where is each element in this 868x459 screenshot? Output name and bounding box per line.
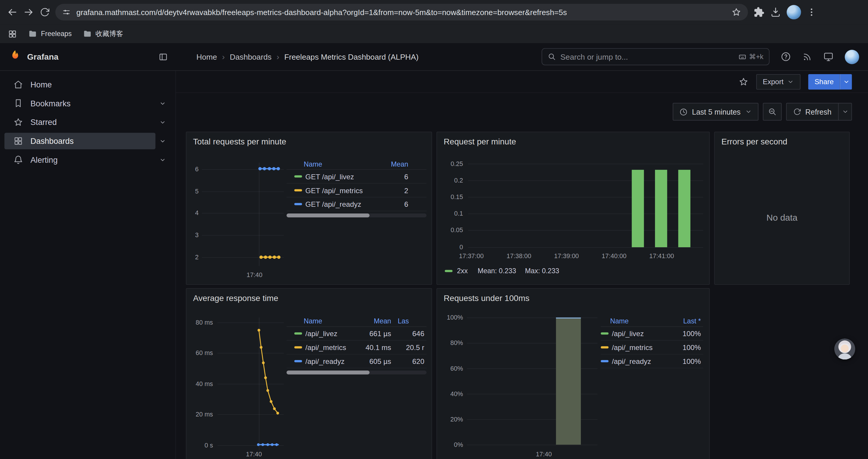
- search-input[interactable]: [560, 52, 734, 61]
- breadcrumb-home[interactable]: Home: [196, 52, 217, 61]
- panel-title[interactable]: Errors per second: [715, 132, 849, 146]
- help-icon[interactable]: [780, 52, 791, 62]
- folder-icon: [28, 29, 37, 38]
- browser-menu-icon[interactable]: [807, 7, 816, 17]
- sidebar: Home Bookmarks Starred: [0, 71, 176, 459]
- series-color-dash: [294, 332, 302, 334]
- chevron-down-icon: [745, 108, 752, 115]
- legend-header-last[interactable]: Last *: [672, 317, 703, 325]
- monitor-icon[interactable]: [823, 52, 834, 62]
- series-color-dash: [601, 360, 609, 362]
- home-icon: [13, 80, 23, 90]
- time-range-picker[interactable]: Last 5 minutes: [673, 103, 758, 121]
- download-icon[interactable]: [770, 6, 781, 18]
- bookmark-label: 收藏博客: [95, 29, 123, 38]
- legend-header-last[interactable]: Las: [391, 317, 427, 325]
- refresh-interval-caret[interactable]: [838, 103, 851, 120]
- legend-row: /api/_livez 100%: [601, 327, 703, 341]
- bar-2xx[interactable]: [678, 170, 690, 247]
- dock-sidebar-icon[interactable]: [158, 52, 168, 62]
- scrollbar-thumb[interactable]: [286, 214, 370, 218]
- series-color-dash: [294, 346, 302, 348]
- y-tick: 3: [186, 232, 198, 238]
- chevron-down-icon: [787, 78, 794, 85]
- refresh-split-button: Refresh: [786, 103, 852, 121]
- y-tick: 80 ms: [186, 319, 213, 326]
- legend-row: GET /api/_livez 6: [286, 170, 427, 184]
- legend-header-mean[interactable]: Mean: [352, 317, 391, 325]
- legend-row: /api/_livez 661 µs 646: [286, 327, 427, 341]
- refresh-button[interactable]: Refresh: [786, 103, 838, 120]
- share-button[interactable]: Share: [808, 74, 840, 89]
- bookmark-item[interactable]: Freeleaps: [28, 29, 71, 38]
- reload-icon[interactable]: [40, 7, 50, 17]
- panel-total-requests: Total requests per minute 6 5 4 3 2: [186, 132, 432, 285]
- rss-icon[interactable]: [802, 52, 812, 62]
- apps-grid-icon[interactable]: [8, 29, 17, 38]
- bookmarks-bar: Freeleaps 收藏博客: [0, 24, 868, 43]
- refresh-icon: [793, 108, 801, 116]
- chevron-down-icon[interactable]: [155, 137, 170, 145]
- user-avatar[interactable]: [845, 50, 859, 64]
- legend-series-label[interactable]: 2xx: [457, 267, 468, 275]
- panel-title[interactable]: Total requests per minute: [186, 132, 432, 146]
- bookmark-item[interactable]: 收藏博客: [83, 29, 123, 38]
- bar-2xx[interactable]: [632, 170, 644, 247]
- chevron-down-icon[interactable]: [155, 156, 170, 164]
- scrollbar-thumb[interactable]: [286, 371, 370, 374]
- panel-title[interactable]: Average response time: [186, 289, 432, 302]
- dashboard-subheader: Export Share: [176, 71, 868, 93]
- legend-header-name[interactable]: Name: [294, 317, 352, 325]
- y-tick: 60 ms: [186, 350, 213, 356]
- bar-2xx[interactable]: [655, 170, 667, 247]
- search-shortcut: ⌘+k: [739, 53, 764, 61]
- url-text[interactable]: grafana.mathmast.com/d/deytv4rwavabkb/fr…: [76, 8, 725, 17]
- sidebar-item-alerting: Alerting: [0, 150, 176, 169]
- browser-profile-avatar[interactable]: [787, 5, 801, 20]
- chevron-down-icon[interactable]: [155, 119, 170, 126]
- legend-hscrollbar: [286, 214, 427, 218]
- legend-row: /api/_readyz 100%: [601, 355, 703, 368]
- legend-header-name[interactable]: Name: [601, 317, 673, 325]
- chevron-down-icon: [843, 78, 849, 85]
- bar-under-100ms[interactable]: [556, 318, 581, 445]
- zoom-out-icon[interactable]: [763, 103, 782, 121]
- panel-title[interactable]: Request per minute: [437, 132, 709, 146]
- bookmark-icon: [13, 98, 23, 108]
- back-icon[interactable]: [6, 6, 18, 18]
- url-bar[interactable]: grafana.mathmast.com/d/deytv4rwavabkb/fr…: [55, 4, 748, 21]
- x-tick: 17:40:00: [595, 253, 633, 259]
- grafana-logo[interactable]: [9, 49, 22, 64]
- sidebar-item-label: Dashboards: [30, 137, 73, 145]
- sidebar-item-dashboards: Dashboards: [0, 132, 176, 151]
- legend-table: Name Mean Las /api/_livez 661 µs 646: [286, 316, 427, 374]
- legend-header-mean[interactable]: Mean: [375, 160, 427, 168]
- export-button[interactable]: Export: [756, 74, 801, 89]
- share-split-button: Share: [808, 74, 852, 89]
- site-info-icon[interactable]: [62, 8, 71, 17]
- keyboard-icon: [739, 53, 746, 61]
- legend-hscrollbar: [286, 371, 427, 374]
- series-color-dash: [294, 189, 302, 191]
- breadcrumb-current: Freeleaps Metrics Dashboard (ALPHA): [284, 52, 418, 61]
- bookmark-star-icon[interactable]: [731, 7, 741, 17]
- search-box[interactable]: ⌘+k: [541, 48, 769, 65]
- y-tick: 40 ms: [186, 381, 213, 387]
- series-color-dash: [445, 270, 452, 272]
- legend-table: Name Last * /api/_livez 100% /api/_metri…: [601, 316, 703, 368]
- extensions-icon[interactable]: [753, 6, 764, 18]
- chevron-down-icon[interactable]: [155, 100, 170, 107]
- panel-title[interactable]: Requests under 100ms: [437, 289, 709, 302]
- assistant-avatar[interactable]: [834, 338, 855, 359]
- legend-header-name[interactable]: Name: [294, 160, 375, 168]
- x-tick: 17:38:00: [500, 253, 538, 259]
- bookmark-label: Freeleaps: [41, 30, 72, 37]
- y-tick: 0.15: [437, 193, 463, 200]
- grafana-app: Grafana Home › Dashboards › Freeleaps Me…: [0, 43, 868, 459]
- share-caret-button[interactable]: [840, 74, 852, 89]
- series-color-dash: [601, 346, 609, 348]
- breadcrumb-dashboards[interactable]: Dashboards: [230, 52, 272, 61]
- favorite-star-icon[interactable]: [738, 76, 748, 87]
- forward-icon[interactable]: [23, 6, 34, 18]
- star-icon: [13, 117, 23, 127]
